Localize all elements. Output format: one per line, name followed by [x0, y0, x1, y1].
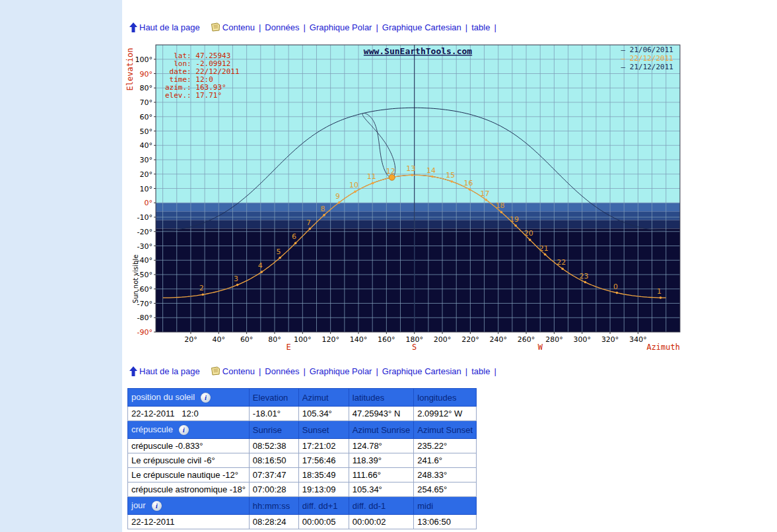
- hour-label: 18: [495, 201, 504, 210]
- current-sun-marker: [389, 174, 395, 180]
- nav-link-haut-de-la-page[interactable]: Haut de la page: [139, 22, 200, 32]
- info-icon[interactable]: i: [201, 393, 211, 403]
- table-cell: crépuscule astronomique -18°: [128, 482, 250, 497]
- info-icon[interactable]: i: [152, 501, 162, 511]
- hour-marker: [561, 268, 564, 271]
- column-header: Elevation: [249, 389, 298, 407]
- left-sidebar: [0, 0, 122, 532]
- nav-separator: |: [494, 22, 496, 32]
- nav-link-graphique-cartesian[interactable]: Graphique Cartesian: [382, 22, 461, 32]
- y-tick-label: 30°: [140, 156, 153, 164]
- column-header: Sunrise: [249, 421, 298, 439]
- hour-label: 1: [657, 287, 661, 296]
- nav-link-table[interactable]: table: [471, 366, 490, 376]
- column-header: Azimut: [298, 389, 349, 407]
- compass-label-s: S: [412, 343, 417, 352]
- table-cell: 00:00:02: [349, 515, 413, 529]
- y-tick-label: 0°: [145, 199, 153, 207]
- table-row: 22-12-2011 12:0-18.01°105.34°47.25943° N…: [128, 407, 477, 421]
- y-tick-label: 70°: [140, 98, 153, 107]
- nav-link-haut-de-la-page[interactable]: Haut de la page: [139, 366, 200, 376]
- section-label: crépuscule: [131, 424, 173, 434]
- table-cell: 00:00:05: [298, 515, 349, 529]
- nav-link-donn-es[interactable]: Données: [265, 366, 299, 376]
- y-tick-label: 80°: [140, 84, 153, 92]
- hour-label: 9: [335, 192, 340, 201]
- hour-label: 8: [321, 205, 325, 213]
- contenu-icon[interactable]: [211, 22, 220, 32]
- nav-link-table[interactable]: table: [471, 22, 490, 32]
- table-cell: 08:16:50: [249, 453, 298, 468]
- section-header-cell: position du soleili: [128, 389, 250, 407]
- hour-marker: [261, 271, 263, 273]
- table-cell: 111.66°: [349, 468, 413, 482]
- table-cell: 105.34°: [349, 482, 413, 497]
- x-tick-label: 280°: [545, 335, 563, 344]
- hour-label: 5: [277, 248, 281, 256]
- hour-marker: [514, 224, 517, 227]
- hour-marker: [485, 199, 488, 201]
- section-header-row: jourihh:mm:ssdiff. dd+1diff. dd-1midi: [128, 497, 477, 515]
- table-cell: 13:06:50: [414, 515, 477, 529]
- y-tick-label: 90°: [140, 70, 153, 79]
- column-header: Azimut Sunset: [414, 421, 477, 439]
- table-cell: 47.25943° N: [349, 407, 413, 421]
- nav-link-contenu[interactable]: Contenu: [222, 366, 255, 376]
- y-tick-label: -50°: [137, 271, 152, 279]
- column-header: Azimut Sunrise: [349, 421, 413, 439]
- hour-label: 14: [426, 166, 436, 175]
- table-row: Le crépuscule civil -6°08:16:5017:56:461…: [128, 453, 477, 468]
- section-label: jour: [131, 500, 146, 510]
- section-header-row: crépusculeiSunriseSunsetAzimut SunriseAz…: [128, 421, 477, 439]
- contenu-icon[interactable]: [211, 366, 220, 376]
- twilight-band: [156, 220, 680, 228]
- up-arrow-icon[interactable]: [129, 22, 137, 32]
- hour-marker: [294, 242, 297, 245]
- y-tick-label: -40°: [137, 256, 152, 265]
- hour-label: 19: [510, 215, 519, 224]
- legend-item: – 21/12/2011: [621, 63, 673, 71]
- hour-marker: [451, 180, 454, 183]
- x-tick-label: 20°: [184, 335, 197, 344]
- nav-link-donn-es[interactable]: Données: [265, 22, 299, 32]
- chart-title-link[interactable]: www.SunEarthTools.com: [364, 46, 473, 56]
- table-cell: Le crépuscule nautique -12°: [128, 468, 250, 482]
- x-tick-label: 300°: [574, 335, 591, 344]
- hour-marker: [529, 239, 531, 242]
- info-icon[interactable]: i: [179, 425, 189, 435]
- x-tick-label: 320°: [601, 335, 619, 344]
- hour-marker: [584, 281, 587, 284]
- y-tick-label: -20°: [137, 228, 152, 236]
- sun-data-table: position du soleiliElevationAzimutlatitu…: [127, 388, 477, 529]
- hour-label: 23: [579, 272, 588, 281]
- y-tick-label: -70°: [137, 300, 152, 308]
- x-tick-label: 260°: [518, 335, 535, 344]
- nav-separator: |: [259, 366, 261, 376]
- hour-marker: [544, 253, 547, 256]
- table-cell: 17:21:02: [298, 439, 349, 453]
- hour-marker: [338, 201, 341, 204]
- sun-path-chart: 01234567891011121314151617181920212223ww…: [125, 41, 777, 355]
- hour-marker: [616, 292, 619, 294]
- column-header: latitudes: [349, 389, 413, 407]
- nav-link-graphique-polar[interactable]: Graphique Polar: [310, 366, 372, 376]
- up-arrow-icon[interactable]: [129, 366, 137, 376]
- hour-label: 11: [367, 172, 376, 181]
- hour-marker: [236, 284, 239, 286]
- y-tick-label: 50°: [140, 127, 153, 136]
- column-header: diff. dd+1: [298, 497, 349, 515]
- hour-marker: [372, 182, 374, 185]
- nav-link-graphique-polar[interactable]: Graphique Polar: [310, 22, 372, 32]
- table-cell: 22-12-2011 12:0: [128, 407, 250, 421]
- table-cell: 105.34°: [298, 407, 349, 421]
- hour-label: 15: [446, 171, 455, 180]
- hour-label: 20: [524, 229, 533, 238]
- sun-chart-svg: 01234567891011121314151617181920212223ww…: [125, 41, 683, 352]
- hour-label: 0: [613, 283, 618, 291]
- nav-link-contenu[interactable]: Contenu: [222, 22, 255, 32]
- x-tick-label: 160°: [378, 335, 395, 344]
- hour-label: 4: [258, 261, 263, 270]
- section-header-cell: crépusculei: [128, 421, 250, 439]
- nav-link-graphique-cartesian[interactable]: Graphique Cartesian: [382, 366, 461, 376]
- compass-label-w: W: [538, 343, 543, 352]
